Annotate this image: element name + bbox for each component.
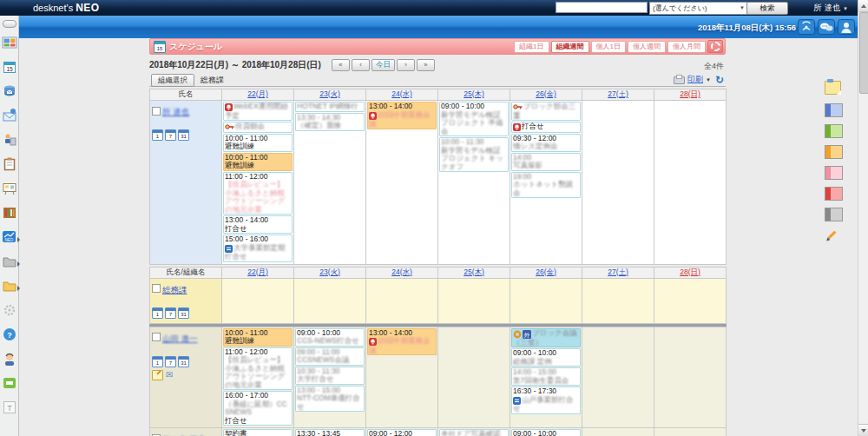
- refresh-icon[interactable]: ↻: [715, 76, 724, 84]
- day-cell[interactable]: [222, 278, 294, 323]
- schedule-event[interactable]: 10:00 - 11:00避難訓練: [223, 328, 293, 347]
- cal7-view-icon[interactable]: 7: [165, 129, 176, 141]
- label-green[interactable]: [825, 124, 843, 138]
- org-select-button[interactable]: 組織選択: [151, 74, 194, 87]
- folder-gray-icon[interactable]: [2, 254, 17, 269]
- day-link[interactable]: 28(日): [680, 89, 700, 98]
- view-button[interactable]: 個人月間: [667, 41, 706, 53]
- user-menu[interactable]: 所 達也 ▼: [813, 3, 848, 14]
- schedule-event[interactable]: 契約書: [223, 429, 293, 436]
- vertical-scrollbar[interactable]: [858, 0, 868, 436]
- schedule-event[interactable]: 09:00 - 10:00新学習モデル検証プロジェクト 準備会: [439, 102, 509, 136]
- workflow-icon[interactable]: [2, 132, 17, 148]
- schedule-event[interactable]: 13:30 - 13:45事務さん、オーレンス面接: [295, 429, 365, 436]
- expand-arrow-icon[interactable]: [17, 286, 20, 291]
- menu-toggle-icon[interactable]: [3, 20, 16, 28]
- day-cell[interactable]: [582, 428, 654, 436]
- day-cell[interactable]: 10:00 - 11:00避難訓練11:00 - 12:00【役員レビュー】小湊…: [222, 327, 294, 428]
- label-blue[interactable]: [825, 103, 843, 117]
- day-link[interactable]: 28(日): [680, 268, 700, 276]
- view-button[interactable]: 組織1日: [514, 41, 549, 53]
- schedule-event[interactable]: 14:00写真撮影: [511, 153, 581, 171]
- day-cell[interactable]: [654, 428, 727, 436]
- day-link[interactable]: 22(月): [247, 89, 268, 98]
- day-cell[interactable]: 13:00 - 14:0020回中期業務会議: [366, 101, 438, 265]
- schedule-event[interactable]: 10:00 - 11:30新学習モデル検証プロジェクト キックオフ: [439, 137, 509, 172]
- day-cell[interactable]: [582, 278, 654, 323]
- schedule-event[interactable]: WebEX運用開始予定: [223, 102, 293, 121]
- schedule-event[interactable]: 役員朝会: [223, 122, 293, 133]
- row-checkbox[interactable]: [152, 107, 161, 116]
- day-link[interactable]: 23(火): [319, 268, 340, 276]
- day-cell[interactable]: [654, 278, 727, 323]
- schedule-event[interactable]: 10:30 - 11:30大学打合せ: [295, 367, 365, 385]
- last-week-button[interactable]: »: [417, 59, 435, 71]
- schedule-event[interactable]: 09:30 - 12:00情シス定例会: [511, 134, 581, 152]
- print-link[interactable]: 印刷: [687, 74, 703, 85]
- settings-icon[interactable]: [2, 302, 17, 318]
- neo-icon[interactable]: NEO: [2, 229, 17, 245]
- cal1-view-icon[interactable]: 1: [152, 356, 163, 367]
- view-button[interactable]: 個人週間: [628, 41, 666, 53]
- day-cell[interactable]: 外ブロック会議（三笠）09:00 - 10:00総務課 定例14:00 - 15…: [510, 327, 582, 428]
- portal-icon[interactable]: [2, 35, 17, 50]
- row-name-link[interactable]: 総務課: [162, 285, 187, 294]
- prev-week-button[interactable]: ‹: [352, 59, 370, 71]
- schedule-event[interactable]: 09:00 - 10:00総務課 定例: [511, 348, 581, 367]
- day-cell[interactable]: [366, 278, 438, 323]
- next-week-button[interactable]: ›: [397, 59, 415, 71]
- day-link[interactable]: 24(水): [391, 89, 412, 98]
- infomail-icon[interactable]: [2, 108, 17, 123]
- cal31-view-icon[interactable]: 31: [178, 356, 189, 367]
- bulletin-icon[interactable]: [2, 181, 17, 196]
- schedule-event[interactable]: 09:00 - 11:00CCSNEWS会議: [295, 347, 365, 366]
- row-checkbox[interactable]: [152, 333, 161, 341]
- schedule-event[interactable]: HOTNET IP網移行: [295, 102, 365, 112]
- chat-icon[interactable]: [818, 19, 835, 35]
- day-link[interactable]: 24(水): [391, 268, 412, 276]
- cal31-view-icon[interactable]: 31: [178, 129, 189, 141]
- infoboard-icon[interactable]: [2, 375, 17, 391]
- day-cell[interactable]: ブロック部会三重打合せ09:30 - 12:00情シス定例会14:00写真撮影1…: [510, 101, 582, 265]
- day-cell[interactable]: 本社ドア写真確認床材を壁材確認: [438, 428, 510, 436]
- day-cell[interactable]: [438, 278, 510, 323]
- day-link[interactable]: 26(金): [536, 268, 556, 276]
- schedule-event[interactable]: 09:00 - 12:00ビズポイント来社: [367, 429, 437, 436]
- cal1-view-icon[interactable]: 1: [152, 129, 163, 141]
- help-icon[interactable]: ?: [2, 327, 17, 342]
- schedule-event[interactable]: 11:00 - 12:00【役員レビュー】小湊ふるさと納税アウトソーシングの地元…: [223, 347, 293, 391]
- day-cell[interactable]: 13:30 - 13:45事務さん、オーレンス面接14:00 - 15:00給与…: [294, 428, 366, 436]
- folder-yellow-icon[interactable]: [2, 278, 17, 294]
- day-cell[interactable]: [654, 101, 727, 265]
- day-cell[interactable]: 09:00 - 10:00CCS-NEWS打合せ09:00 - 11:00CCS…: [294, 327, 366, 428]
- day-cell[interactable]: [294, 278, 366, 323]
- expand-arrow-icon[interactable]: [17, 261, 20, 267]
- search-button[interactable]: 検索: [746, 2, 788, 15]
- day-link[interactable]: 25(木): [464, 268, 484, 276]
- day-link[interactable]: 27(土): [608, 268, 628, 276]
- schedule-event[interactable]: 13:00 - 14:00打合せ: [223, 215, 293, 234]
- cal31-view-icon[interactable]: 31: [178, 307, 189, 319]
- support-icon[interactable]: [2, 351, 17, 367]
- schedule-event[interactable]: 13:00 - 14:0020回中期業務会議: [367, 328, 437, 356]
- scroll-down-button[interactable]: [858, 424, 868, 436]
- day-cell[interactable]: 契約書10:00 - 11:00避難訓練14:00 - 15:00社内打合せ: [222, 428, 294, 436]
- day-cell[interactable]: 13:00 - 14:0020回中期業務会議: [366, 327, 438, 428]
- schedule-event[interactable]: 19:00ホットネット懇親会: [511, 172, 581, 199]
- label-pink[interactable]: [825, 166, 843, 180]
- search-input[interactable]: [556, 2, 648, 13]
- schedule-event[interactable]: 11:00 - 12:00【役員レビュー】小湊ふるさと納税アウトソーシングの地元…: [223, 172, 293, 215]
- day-cell[interactable]: [654, 327, 727, 428]
- schedule-event[interactable]: 15:00 - 16:00大学事業部定期打合せ: [223, 235, 293, 262]
- schedule-icon[interactable]: 15: [2, 59, 17, 75]
- today-button[interactable]: 今日: [372, 59, 395, 71]
- broadcast-icon[interactable]: [798, 19, 815, 35]
- day-link[interactable]: 23(火): [319, 89, 340, 98]
- expand-arrow-icon[interactable]: [17, 237, 20, 242]
- schedule-event[interactable]: 16:30 - 17:30山戸事業部打合せ: [511, 386, 581, 414]
- send-mail-icon[interactable]: ✉: [166, 371, 173, 380]
- day-cell[interactable]: [582, 327, 654, 428]
- view-button[interactable]: 個人1日: [591, 41, 626, 53]
- schedule-event[interactable]: 13:30 - 14:30（確定）面接: [295, 113, 365, 131]
- schedule-event[interactable]: 外ブロック会議（三笠）: [511, 328, 581, 348]
